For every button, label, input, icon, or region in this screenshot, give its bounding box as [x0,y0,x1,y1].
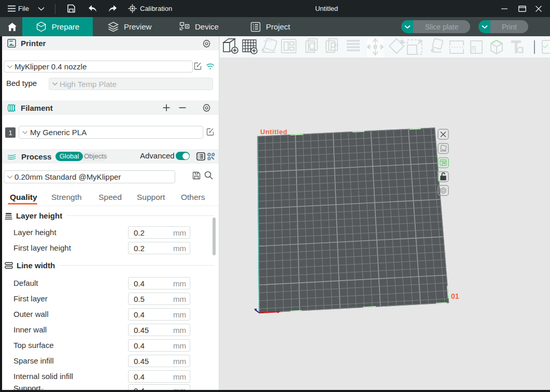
svg-text:01: 01 [451,292,459,300]
svg-text:AUTO: AUTO [263,39,272,42]
svg-text:Untitled: Untitled [260,128,287,136]
